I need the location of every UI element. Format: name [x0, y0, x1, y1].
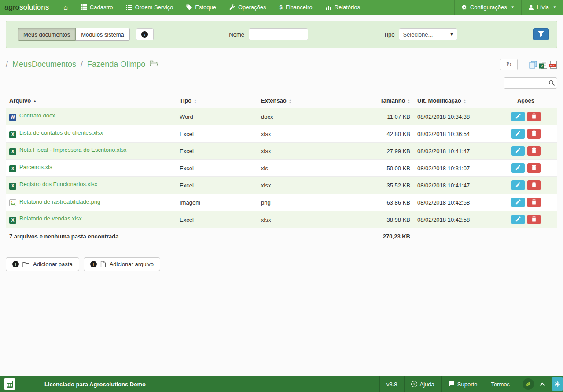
- snowflake-icon[interactable]: [552, 377, 563, 391]
- nav-operacoes[interactable]: Operações: [223, 0, 273, 15]
- svg-text:X: X: [541, 64, 543, 68]
- footer-suporte-link[interactable]: Suporte: [441, 376, 484, 392]
- chart-icon: [326, 4, 331, 10]
- toggle-modulos-sistema[interactable]: Módulos sistema: [76, 28, 130, 41]
- nome-input[interactable]: [249, 28, 308, 40]
- file-link[interactable]: Parceiros.xls: [19, 164, 52, 170]
- file-actions-cell: [494, 125, 557, 143]
- delete-button[interactable]: [527, 198, 541, 207]
- export-excel-icon[interactable]: X: [539, 61, 547, 69]
- filter-button[interactable]: [533, 28, 549, 40]
- add-folder-button[interactable]: + Adicionar pasta: [6, 257, 79, 271]
- excel-file-icon: X: [9, 217, 16, 224]
- leaf-icon[interactable]: [523, 378, 534, 390]
- column-header-tamanho[interactable]: Tamanho▲▼: [328, 93, 414, 108]
- export-pdf-icon[interactable]: PDF: [549, 61, 557, 69]
- edit-button[interactable]: [511, 163, 525, 173]
- file-link[interactable]: Lista de contatos de clientes.xlsx: [19, 129, 103, 136]
- sort-icon: ▲▼: [464, 99, 466, 103]
- nav-user[interactable]: Lívia ▼: [521, 0, 563, 15]
- add-file-button[interactable]: + Adicionar arquivo: [84, 257, 160, 271]
- nav-home[interactable]: ⌂: [57, 0, 74, 15]
- edit-button[interactable]: [511, 112, 525, 121]
- nav-label: Operações: [238, 4, 266, 11]
- edit-pencil-icon: [515, 131, 521, 137]
- nav-financeiro[interactable]: $ Financeiro: [273, 0, 319, 15]
- delete-button[interactable]: [527, 112, 541, 121]
- nav-relatorios[interactable]: Relatórios: [319, 0, 367, 15]
- user-icon: [528, 4, 534, 10]
- delete-button[interactable]: [527, 180, 541, 190]
- file-link[interactable]: Relatorio de vendas.xlsx: [19, 215, 82, 222]
- column-label: Arquivo: [9, 97, 31, 104]
- file-type-cell: Excel: [176, 211, 258, 228]
- delete-button[interactable]: [527, 215, 541, 224]
- file-type-cell: Imagem: [176, 194, 258, 211]
- nav-label: Financeiro: [286, 4, 313, 11]
- file-extension-cell: xlsx: [258, 125, 328, 143]
- edit-button[interactable]: [511, 146, 525, 156]
- column-header-tipo[interactable]: Tipo▲▼: [176, 93, 258, 108]
- breadcrumb-fazenda-olimpo[interactable]: Fazenda Olimpo: [87, 60, 145, 69]
- nav-label: Configurações: [470, 4, 507, 11]
- file-type-cell: Excel: [176, 160, 258, 177]
- breadcrumb-separator: /: [81, 60, 83, 69]
- nav-estoque[interactable]: Estoque: [180, 0, 223, 15]
- breadcrumb-separator: /: [6, 60, 8, 69]
- home-icon: ⌂: [63, 4, 68, 11]
- caret-down-icon: ▼: [553, 5, 556, 9]
- nav-cadastro[interactable]: Cadastro: [74, 0, 120, 15]
- nav-ordem-servico[interactable]: Ordem Serviço: [120, 0, 180, 15]
- edit-pencil-icon: [515, 165, 521, 172]
- nav-configuracoes[interactable]: Configurações ▼: [454, 0, 521, 15]
- file-modified-cell: 08/02/2018 10:42:58: [414, 211, 494, 228]
- edit-button[interactable]: [511, 215, 525, 224]
- file-link[interactable]: Relatorio de rastreabilidade.png: [19, 198, 100, 205]
- refresh-button[interactable]: ↻: [500, 59, 518, 70]
- footer-termos-link[interactable]: Termos: [484, 376, 516, 392]
- calculator-icon[interactable]: [4, 378, 15, 390]
- file-size-cell: 50,00 KB: [328, 160, 414, 177]
- table-row: XRelatorio de vendas.xlsxExcelxlsx38,98 …: [6, 211, 557, 228]
- breadcrumb-meusdocumentos[interactable]: MeusDocumentos: [12, 60, 76, 69]
- tag-icon: [186, 4, 192, 10]
- brand-logo[interactable]: agrosolutions: [0, 0, 57, 15]
- file-modified-cell: 08/02/2018 10:36:54: [414, 125, 494, 143]
- file-link[interactable]: Contrato.docx: [19, 112, 55, 119]
- trash-icon: [531, 147, 537, 154]
- info-icon: i: [141, 31, 148, 38]
- column-header-ult-modificacao[interactable]: Ult. Modificação▲▼: [414, 93, 494, 108]
- toggle-meus-documentos[interactable]: Meus documentos: [18, 28, 76, 41]
- table-row: Relatorio de rastreabilidade.pngImagempn…: [6, 194, 557, 211]
- delete-button[interactable]: [527, 129, 541, 139]
- tipo-select[interactable]: Selecione... ▼: [399, 28, 457, 40]
- caret-down-icon: ▼: [511, 5, 515, 9]
- image-file-icon: [9, 199, 16, 206]
- file-link[interactable]: Nota Fiscal - Impressora do Escritorio.x…: [19, 147, 126, 153]
- export-copy-icon[interactable]: [529, 61, 537, 69]
- file-modified-cell: 08/02/2018 10:42:58: [414, 194, 494, 211]
- column-header-arquivo[interactable]: Arquivo▲: [6, 93, 176, 108]
- file-size-cell: 38,98 KB: [328, 211, 414, 228]
- sort-icon: ▲▼: [408, 99, 410, 103]
- chevron-up-icon[interactable]: [537, 382, 548, 386]
- edit-button[interactable]: [511, 180, 525, 190]
- gear-icon: [461, 4, 467, 10]
- file-extension-cell: xlsx: [258, 177, 328, 194]
- summary-empty-cell: [494, 228, 557, 245]
- search-icon[interactable]: [548, 80, 555, 88]
- file-link[interactable]: Registro dos Funcionarios.xlsx: [19, 181, 97, 187]
- file-extension-cell: docx: [258, 108, 328, 125]
- delete-button[interactable]: [527, 163, 541, 173]
- column-header-extensao[interactable]: Extensão▲▼: [258, 93, 328, 108]
- info-button[interactable]: i: [136, 28, 154, 40]
- plus-circle-icon: +: [12, 261, 19, 267]
- edit-button[interactable]: [511, 129, 525, 139]
- file-modified-cell: 08/02/2018 10:34:38: [414, 108, 494, 125]
- table-search: [504, 77, 557, 89]
- edit-button[interactable]: [511, 198, 525, 207]
- edit-pencil-icon: [515, 199, 521, 206]
- delete-button[interactable]: [527, 146, 541, 156]
- file-extension-cell: xlsx: [258, 211, 328, 228]
- footer-ajuda-link[interactable]: ? Ajuda: [404, 376, 441, 392]
